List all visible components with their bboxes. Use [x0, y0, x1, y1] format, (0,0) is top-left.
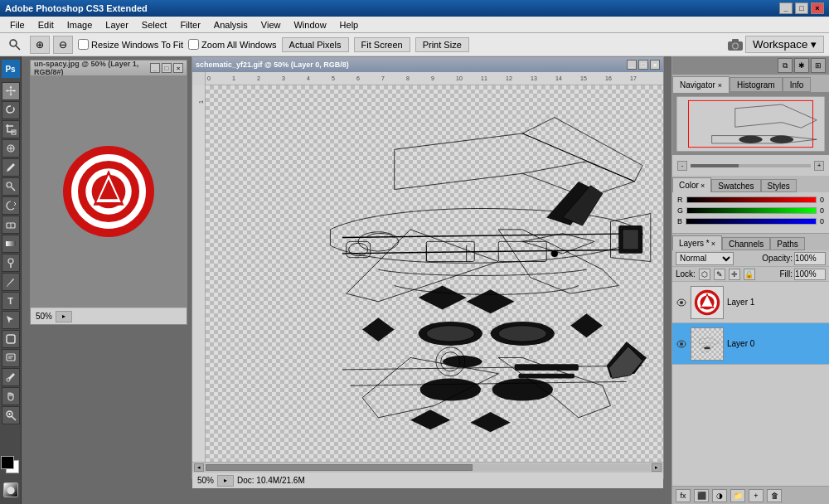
- color-b-slider[interactable]: [686, 218, 817, 225]
- workspace-button[interactable]: Workspace ▾: [745, 36, 824, 53]
- opacity-input[interactable]: [794, 252, 826, 265]
- menu-filter[interactable]: Filter: [173, 18, 206, 32]
- menu-window[interactable]: Window: [287, 18, 332, 32]
- new-group-button[interactable]: 📁: [730, 489, 745, 502]
- zoom-buttons[interactable]: ⊕ ⊖: [30, 36, 73, 54]
- tab-paths[interactable]: Paths: [770, 237, 805, 250]
- tab-channels[interactable]: Channels: [722, 237, 770, 250]
- close-button[interactable]: ×: [811, 2, 824, 14]
- tool-pen[interactable]: [2, 273, 20, 291]
- tool-zoom[interactable]: [2, 406, 20, 424]
- doc2-close[interactable]: ×: [650, 60, 660, 70]
- menu-help[interactable]: Help: [333, 18, 366, 32]
- minimize-button[interactable]: _: [779, 2, 793, 14]
- layer-item-1[interactable]: Layer 0: [672, 323, 829, 365]
- tool-lasso[interactable]: [2, 101, 20, 119]
- new-layer-button[interactable]: +: [749, 489, 764, 502]
- doc1-maximize[interactable]: □: [162, 63, 172, 73]
- add-mask-button[interactable]: ⬛: [694, 489, 709, 502]
- blend-mode-select[interactable]: Normal Multiply Screen Overlay: [676, 252, 734, 265]
- lock-transparent-icon[interactable]: ⬡: [699, 269, 710, 280]
- zoom-in-icon[interactable]: ⊕: [30, 36, 50, 54]
- menu-edit[interactable]: Edit: [32, 18, 61, 32]
- color-g-slider[interactable]: [686, 207, 817, 214]
- tab-color[interactable]: Color×: [672, 177, 711, 192]
- tool-gradient[interactable]: [2, 235, 20, 253]
- tool-brush[interactable]: [2, 158, 20, 177]
- nav-zoom-in-icon[interactable]: +: [814, 161, 824, 171]
- fill-input[interactable]: [794, 269, 826, 280]
- nav-zoom-out-icon[interactable]: -: [677, 161, 687, 171]
- layers-tab-close[interactable]: ×: [711, 240, 715, 248]
- menu-select[interactable]: Select: [135, 18, 174, 32]
- doc2-zoom-icon[interactable]: ▸: [217, 475, 234, 487]
- hscroll-thumb[interactable]: [206, 464, 473, 471]
- doc2-title-bar[interactable]: schematic_yf21.gif @ 50% (Layer 0, RGB/8…: [192, 57, 663, 72]
- zoom-out-icon[interactable]: ⊖: [53, 36, 73, 54]
- hscroll-track[interactable]: [206, 464, 650, 471]
- menu-view[interactable]: View: [255, 18, 288, 32]
- delete-layer-button[interactable]: 🗑: [767, 489, 782, 502]
- menu-layer[interactable]: Layer: [99, 18, 135, 32]
- panel-icon-1[interactable]: ⧉: [778, 58, 793, 73]
- zoom-all-check[interactable]: [188, 39, 199, 50]
- maximize-button[interactable]: □: [795, 2, 808, 14]
- doc2-window-buttons[interactable]: _ □ ×: [627, 60, 660, 70]
- quick-mask-icon[interactable]: ⬤: [3, 482, 18, 497]
- eye-icon-0[interactable]: [676, 297, 687, 308]
- resize-windows-checkbox[interactable]: Resize Windows To Fit: [78, 39, 183, 50]
- menu-file[interactable]: File: [3, 18, 32, 32]
- layer-item-0[interactable]: Layer 1: [672, 282, 829, 323]
- color-r-slider[interactable]: [686, 196, 817, 203]
- doc2-hscrollbar[interactable]: ◂ ▸: [192, 462, 663, 472]
- zoom-all-windows-checkbox[interactable]: Zoom All Windows: [188, 39, 276, 50]
- tab-styles[interactable]: Styles: [761, 179, 797, 192]
- doc2-minimize[interactable]: _: [627, 60, 637, 70]
- nav-slider-track[interactable]: [691, 164, 811, 167]
- tool-crop[interactable]: [2, 120, 20, 138]
- doc1-minimize[interactable]: _: [150, 63, 160, 73]
- print-size-button[interactable]: Print Size: [415, 37, 469, 52]
- scroll-right-btn[interactable]: ▸: [652, 463, 662, 472]
- lock-move-icon[interactable]: ✛: [729, 269, 740, 280]
- tool-healing[interactable]: [2, 139, 20, 158]
- doc1-close[interactable]: ×: [173, 63, 183, 73]
- panel-icon-3[interactable]: ⊞: [811, 58, 826, 73]
- tab-info[interactable]: Info: [783, 77, 812, 92]
- color-tab-close[interactable]: ×: [701, 182, 705, 190]
- lock-paint-icon[interactable]: ✎: [714, 269, 725, 280]
- tool-shape[interactable]: [2, 330, 20, 348]
- tab-layers[interactable]: Layers *×: [672, 235, 722, 250]
- tool-path-select[interactable]: [2, 311, 20, 329]
- tab-histogram[interactable]: Histogram: [730, 77, 783, 92]
- zoom-tool-icon[interactable]: [5, 35, 25, 55]
- actual-pixels-button[interactable]: Actual Pixels: [282, 37, 349, 52]
- doc1-zoom-icon[interactable]: ▸: [56, 311, 72, 322]
- tool-move[interactable]: [2, 82, 20, 100]
- menu-image[interactable]: Image: [61, 18, 99, 32]
- tool-eyedropper[interactable]: [2, 368, 20, 386]
- tool-history[interactable]: [2, 196, 20, 215]
- tool-clone[interactable]: [2, 177, 20, 196]
- title-bar-buttons[interactable]: _ □ ×: [779, 2, 824, 14]
- doc1-title-bar[interactable]: un-spacy.jpg @ 50% (Layer 1, RGB/8#) _ □…: [31, 61, 187, 75]
- doc1-window-buttons[interactable]: _ □ ×: [150, 63, 183, 73]
- scroll-left-btn[interactable]: ◂: [194, 463, 204, 472]
- tool-dodge[interactable]: [2, 254, 20, 272]
- new-fill-button[interactable]: ◑: [712, 489, 727, 502]
- lock-all-icon[interactable]: 🔒: [744, 269, 755, 280]
- tool-type[interactable]: T: [2, 292, 20, 310]
- tab-swatches[interactable]: Swatches: [711, 179, 760, 192]
- panel-icon-2[interactable]: ✱: [794, 58, 809, 73]
- fit-screen-button[interactable]: Fit Screen: [354, 37, 410, 52]
- tab-navigator[interactable]: Navigator×: [672, 76, 730, 93]
- tool-hand[interactable]: [2, 387, 20, 405]
- doc2-maximize[interactable]: □: [638, 60, 648, 70]
- tool-eraser[interactable]: [2, 216, 20, 234]
- navigator-close-icon[interactable]: ×: [718, 81, 722, 90]
- foreground-color[interactable]: [1, 456, 14, 469]
- resize-windows-check[interactable]: [78, 39, 89, 50]
- eye-icon-1[interactable]: [676, 338, 687, 350]
- tool-notes[interactable]: [2, 349, 20, 367]
- add-style-button[interactable]: fx: [676, 489, 691, 502]
